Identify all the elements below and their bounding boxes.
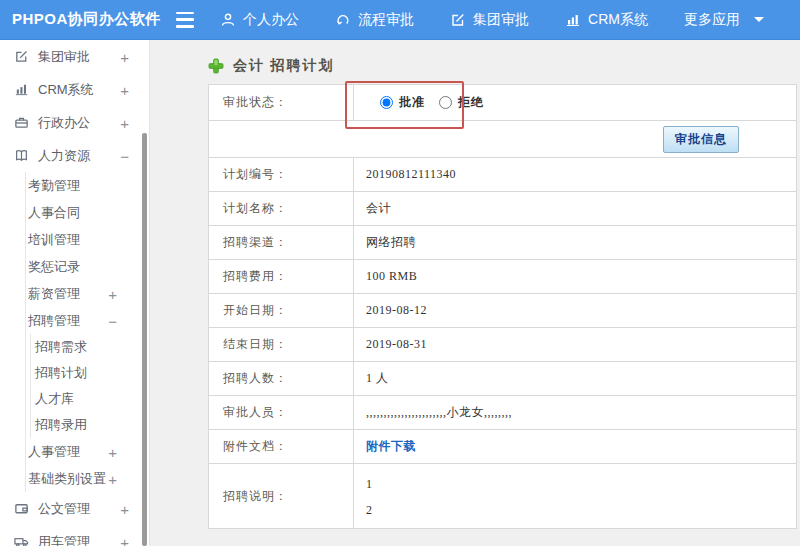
sidebar-item-hr-contract[interactable]: 人事合同 [0, 199, 149, 226]
expand-toggle[interactable]: + [108, 443, 117, 460]
attachment-download-link[interactable]: 附件下载 [366, 438, 416, 455]
sidebar-item-label: 人事管理 [28, 443, 80, 461]
nav-label: 流程审批 [358, 11, 414, 29]
expand-toggle[interactable]: + [108, 285, 117, 302]
sidebar-item-label: CRM系统 [38, 81, 94, 99]
nav-crm-system[interactable]: CRM系统 [565, 11, 648, 29]
sidebar-item-label: 考勤管理 [28, 177, 80, 195]
field-label: 审批人员： [209, 396, 354, 429]
expand-toggle[interactable]: + [120, 48, 129, 65]
process-icon [335, 12, 351, 28]
sidebar-item-rewards[interactable]: 奖惩记录 [0, 253, 149, 280]
table-row-approval-status: 审批状态： 批准 拒绝 [209, 85, 796, 121]
sidebar-scrollbar[interactable] [142, 133, 147, 546]
nav-personal-office[interactable]: 个人办公 [220, 11, 299, 29]
sidebar-item-label: 薪资管理 [28, 285, 80, 303]
nav-process-approval[interactable]: 流程审批 [335, 11, 414, 29]
sidebar-item-base-category[interactable]: 基础类别设置 + [0, 465, 149, 492]
menu-toggle-icon[interactable] [176, 12, 194, 28]
edit-square-icon [450, 12, 466, 28]
table-row-plan-name: 计划名称： 会计 [209, 192, 796, 226]
sidebar-item-recruit-hire[interactable]: 招聘录用 [0, 412, 149, 438]
caret-down-icon [754, 17, 764, 22]
field-label: 招聘人数： [209, 362, 354, 395]
field-value: 1 人 [354, 362, 796, 395]
sidebar-item-label: 招聘计划 [35, 364, 87, 382]
table-row-end-date: 结束日期： 2019-08-31 [209, 328, 796, 362]
sidebar-item-label: 基础类别设置 [28, 470, 106, 488]
field-label: 开始日期： [209, 294, 354, 327]
field-value: 100 RMB [354, 260, 796, 293]
field-label: 招聘渠道： [209, 226, 354, 259]
truck-icon [14, 534, 29, 546]
sidebar-item-admin-office[interactable]: 行政办公 + [0, 106, 149, 139]
table-row-approvers: 审批人员： ,,,,,,,,,,,,,,,,,,,,,,,小龙女,,,,,,,, [209, 396, 796, 430]
annotation-box [345, 81, 464, 129]
menu-bar [176, 25, 194, 28]
field-value: 2019-08-31 [354, 328, 796, 361]
topbar: PHPOA协同办公软件 个人办公 流程审批 [0, 0, 800, 40]
app-logo: PHPOA协同办公软件 [0, 10, 176, 29]
sidebar-item-recruit-demand[interactable]: 招聘需求 [0, 334, 149, 360]
sidebar-item-training[interactable]: 培训管理 [0, 226, 149, 253]
sidebar-item-label: 人力资源 [38, 147, 90, 165]
approval-info-button[interactable]: 审批信息 [663, 126, 739, 153]
sidebar-item-label: 招聘录用 [35, 416, 87, 434]
edit-square-icon [14, 49, 29, 64]
field-label: 招聘费用： [209, 260, 354, 293]
page-title: 会计 招聘计划 [233, 57, 335, 75]
sidebar-item-documents[interactable]: 公文管理 + [0, 492, 149, 525]
field-label: 结束日期： [209, 328, 354, 361]
nav-group-approval[interactable]: 集团审批 [450, 11, 529, 29]
sidebar-item-vehicle[interactable]: 用车管理 + [0, 525, 149, 546]
expand-toggle[interactable]: + [120, 114, 129, 131]
field-value: 2019-08-12 [354, 294, 796, 327]
document-icon [14, 501, 29, 516]
menu-bar [176, 18, 194, 21]
field-value: 20190812111340 [354, 158, 796, 191]
menu-bar [176, 12, 194, 15]
briefcase-icon [14, 115, 29, 130]
table-row-start-date: 开始日期： 2019-08-12 [209, 294, 796, 328]
sidebar-item-label: 人才库 [35, 390, 74, 408]
description-line: 1 [366, 471, 796, 497]
field-value: 网络招聘 [354, 226, 796, 259]
approval-form-table: 审批状态： 批准 拒绝 审批信息 计划编号： 20190812111340 计划… [208, 84, 797, 529]
nav-label: CRM系统 [588, 11, 648, 29]
sidebar-item-group-approval[interactable]: 集团审批 + [0, 40, 149, 73]
field-label: 附件文档： [209, 430, 354, 463]
sidebar-item-attendance[interactable]: 考勤管理 [0, 172, 149, 199]
sidebar-item-hr[interactable]: 人力资源 − [0, 139, 149, 172]
sidebar-item-talent-pool[interactable]: 人才库 [0, 386, 149, 412]
expand-toggle[interactable]: + [120, 81, 129, 98]
field-label: 招聘说明： [209, 464, 354, 528]
sidebar-item-recruit-mgmt[interactable]: 招聘管理 − [0, 307, 149, 334]
expand-toggle[interactable]: + [120, 500, 129, 517]
expand-toggle[interactable]: + [108, 470, 117, 487]
field-label: 计划名称： [209, 192, 354, 225]
field-label: 审批状态： [209, 85, 354, 120]
description-value: 1 2 [354, 464, 796, 528]
plus-icon [208, 58, 224, 74]
sidebar-item-label: 招聘需求 [35, 338, 87, 356]
app-window: PHPOA协同办公软件 个人办公 流程审批 [0, 0, 800, 546]
sidebar-item-salary[interactable]: 薪资管理 + [0, 280, 149, 307]
expand-toggle[interactable]: + [120, 533, 129, 546]
sidebar-item-label: 用车管理 [38, 533, 90, 546]
sidebar-item-personnel[interactable]: 人事管理 + [0, 438, 149, 465]
title-bar: 会计 招聘计划 [208, 54, 797, 78]
table-row-plan-number: 计划编号： 20190812111340 [209, 158, 796, 192]
field-value: 会计 [354, 192, 796, 225]
collapse-toggle[interactable]: − [120, 147, 129, 164]
sidebar-item-label: 招聘管理 [28, 312, 80, 330]
table-row-attachment: 附件文档： 附件下载 [209, 430, 796, 464]
sidebar-item-recruit-plan[interactable]: 招聘计划 [0, 360, 149, 386]
table-row-headcount: 招聘人数： 1 人 [209, 362, 796, 396]
collapse-toggle[interactable]: − [108, 312, 117, 329]
field-value: ,,,,,,,,,,,,,,,,,,,,,,,小龙女,,,,,,,, [354, 396, 796, 429]
sidebar-item-label: 奖惩记录 [28, 258, 80, 276]
sidebar-item-crm[interactable]: CRM系统 + [0, 73, 149, 106]
table-row-recruit-cost: 招聘费用： 100 RMB [209, 260, 796, 294]
bar-chart-icon [14, 82, 29, 97]
nav-more-apps[interactable]: 更多应用 [684, 11, 764, 29]
